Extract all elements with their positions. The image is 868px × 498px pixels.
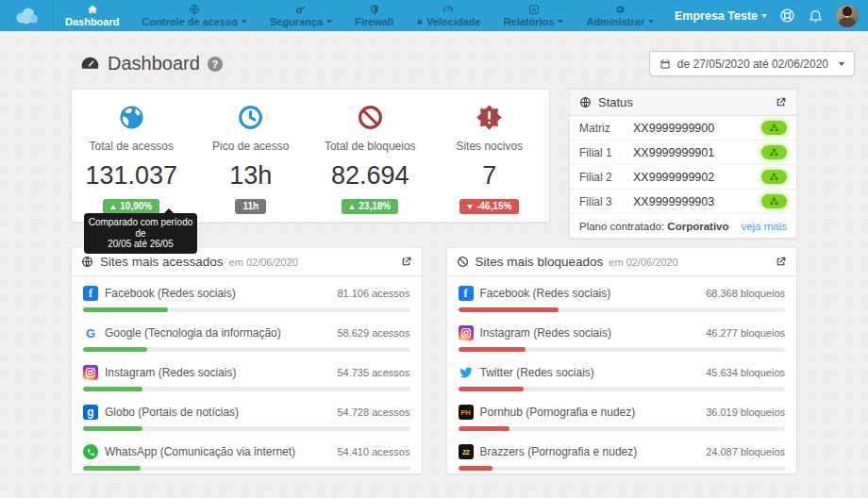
virus-icon: [476, 103, 503, 131]
external-link-icon[interactable]: [775, 96, 787, 108]
progress-track: [459, 387, 786, 391]
nav-label: Velocidade: [426, 16, 480, 27]
stat-value: 7: [482, 161, 496, 190]
stat-total-bloqueios: Total de bloqueios 82.694 23,18%: [310, 90, 430, 222]
globe-americas-icon: [118, 103, 145, 131]
arrow-up-icon: [349, 205, 355, 209]
card-title: Sites mais acessados: [100, 255, 224, 269]
status-card-footer: Plano contratado: Corporativo veja mais: [570, 214, 796, 238]
ban-icon: [357, 103, 384, 131]
progress-track: [83, 347, 410, 352]
nav-item-relatorios[interactable]: Relatórios: [492, 0, 576, 31]
progress-fill: [83, 426, 142, 431]
site-row: PH Pornhub (Pornografia e nudez) 36.019 …: [459, 396, 786, 436]
company-menu[interactable]: Empresa Teste: [675, 9, 767, 23]
card-subtitle: em 02/06/2020: [229, 257, 298, 268]
site-row: Instagram (Redes sociais) 54.735 acessos: [83, 357, 410, 396]
brazzers-favicon: zz: [459, 444, 474, 459]
brand-logo[interactable]: [0, 0, 54, 31]
gear-icon: [614, 4, 626, 15]
nav-item-seguranca[interactable]: Segurança: [259, 0, 343, 31]
stat-pico-de-acesso: Pico de acesso 13h 11h: [192, 90, 311, 222]
online-status-sitemap-icon: [761, 121, 787, 135]
nav-item-administrar[interactable]: Administrar: [575, 0, 665, 31]
stat-value: 82.694: [331, 161, 409, 190]
status-row-matriz: Matriz XX9999999900: [570, 116, 796, 141]
nav-item-controle-de-acesso[interactable]: Controle de acesso: [130, 0, 258, 31]
support-lifering-icon[interactable]: [779, 8, 795, 24]
user-avatar[interactable]: [836, 5, 859, 27]
nav-label: Relatórios: [504, 16, 555, 27]
progress-fill: [83, 387, 142, 391]
shield-icon: [369, 4, 380, 15]
page-header: Dashboard de 27/05/2020 até 02/06/2020: [0, 31, 868, 76]
globe-icon: [189, 4, 200, 15]
stat-label: Sites nocivos: [456, 140, 523, 153]
progress-fill: [83, 347, 147, 352]
site-row: Instagram (Redes sociais) 46.277 bloquei…: [459, 317, 786, 357]
nav-item-firewall[interactable]: Firewall: [343, 0, 405, 31]
progress-track: [83, 426, 410, 431]
globe-icon: [81, 256, 93, 268]
stat-trend-badge: 10,90%: [103, 199, 159, 214]
speedometer-icon: [442, 4, 454, 15]
clock-icon: [237, 103, 264, 131]
progress-fill: [459, 307, 559, 312]
stat-value: 131.037: [85, 161, 177, 190]
external-link-icon[interactable]: [775, 256, 787, 268]
calendar-icon: [659, 58, 671, 70]
nav-item-velocidade[interactable]: Velocidade: [405, 0, 492, 31]
stat-label: Total de acessos: [90, 140, 174, 153]
stat-sites-nocivos: Sites nocivos 7 -46,15%: [430, 90, 550, 222]
nav-label: Firewall: [355, 16, 393, 27]
stat-value: 13h: [229, 161, 272, 190]
main-menu: Dashboard Controle de acesso Segurança F…: [54, 0, 665, 31]
site-row: g Globo (Portais de notícias) 54.728 ace…: [83, 396, 410, 436]
top-navbar: Dashboard Controle de acesso Segurança F…: [0, 0, 868, 31]
progress-track: [459, 347, 786, 352]
progress-fill: [83, 466, 141, 471]
stats-card: Total de acessos 131.037 10,90% Pico de …: [71, 89, 550, 223]
chevron-down-icon: [326, 20, 332, 24]
notifications-bell-icon[interactable]: [808, 8, 824, 24]
nav-label: Administrar: [586, 16, 644, 27]
top-blocked-header: Sites mais bloqueados em 02/06/2020: [447, 248, 797, 276]
status-row-filial-1: Filial 1 XX9999999901: [570, 141, 796, 165]
sites-row: Sites mais acessados em 02/06/2020 f Fac…: [71, 247, 797, 474]
instagram-favicon: [83, 365, 98, 380]
facebook-favicon: f: [459, 286, 474, 301]
help-icon[interactable]: [208, 57, 223, 72]
status-card-title: Status: [598, 95, 633, 109]
ban-icon: [457, 256, 469, 268]
see-more-link[interactable]: veja mais: [741, 221, 787, 232]
pornhub-favicon: PH: [459, 405, 474, 420]
status-card: Status Matriz XX9999999900 Filial 1 XX99…: [569, 89, 797, 239]
lock-icon: [416, 17, 424, 25]
nav-item-dashboard[interactable]: Dashboard: [54, 0, 130, 31]
progress-fill: [459, 347, 526, 352]
online-status-sitemap-icon: [761, 145, 787, 159]
site-row: Twitter (Redes sociais) 45.634 bloqueios: [459, 357, 786, 396]
comparison-tooltip: Comparado com período de 20/05 até 26/05: [84, 213, 197, 254]
stat-secondary-badge: 11h: [235, 199, 266, 214]
stat-label: Pico de acesso: [212, 140, 289, 153]
site-row: zz Brazzers (Pornografia e nudez) 24.087…: [459, 436, 786, 475]
progress-track: [459, 466, 786, 471]
external-link-icon[interactable]: [400, 256, 412, 268]
stat-trend-badge: 23,18%: [342, 199, 398, 214]
site-row: f Facebook (Redes sociais) 68.368 bloque…: [459, 277, 786, 317]
facebook-favicon: f: [83, 286, 98, 301]
company-name: Empresa Teste: [675, 9, 758, 23]
cloud-logo-icon: [12, 6, 41, 25]
online-status-sitemap-icon: [761, 194, 787, 208]
date-range-picker[interactable]: de 27/05/2020 até 02/06/2020: [649, 51, 855, 76]
twitter-favicon: [459, 365, 474, 380]
site-row: f Facebook (Redes sociais) 81.106 acesso…: [83, 277, 410, 317]
stat-total-acessos: Total de acessos 131.037 10,90%: [72, 90, 192, 222]
globe-icon: [579, 96, 592, 108]
online-status-sitemap-icon: [761, 170, 787, 184]
whatsapp-favicon: [83, 444, 98, 459]
bar-chart-icon: [528, 4, 540, 15]
plan-value: Corporativo: [667, 221, 728, 232]
summary-row: Total de acessos 131.037 10,90% Pico de …: [71, 89, 797, 239]
